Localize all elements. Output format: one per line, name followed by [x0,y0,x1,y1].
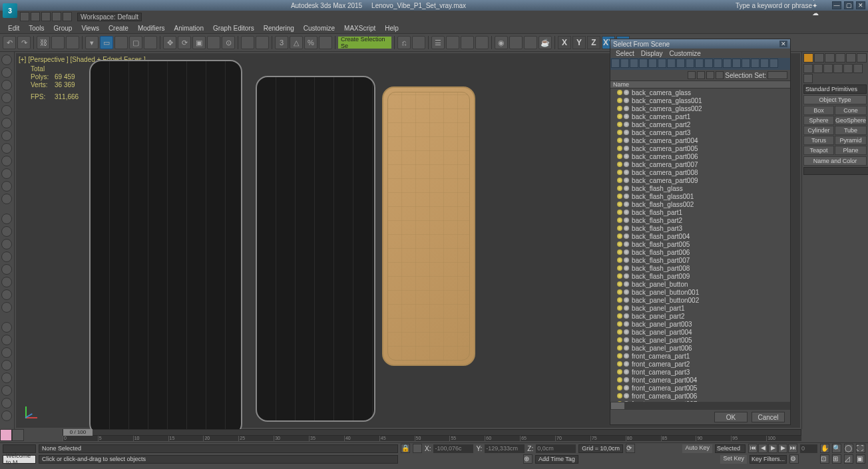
workspace-dropdown[interactable]: Workspace: Default [77,13,142,21]
ribbon-tool-1[interactable] [1,67,12,78]
rfw-icon[interactable] [524,36,537,49]
ribbon-tool-6[interactable] [1,130,12,141]
zoom-extents-icon[interactable]: ⊡ [820,454,829,464]
list-item[interactable]: front_camera_part1 [610,352,790,360]
primitive-dropdown[interactable]: Standard Primitives [803,84,867,94]
ribbon-tool-10[interactable] [1,181,12,192]
ribbon-tool-26[interactable] [1,398,12,408]
matlib-icon[interactable] [475,36,489,49]
zoom-icon[interactable]: 🔍 [832,444,841,453]
list-item[interactable]: back_panel_part004 [610,328,790,336]
menu-rendering[interactable]: Rendering [260,25,298,32]
dialog-close-icon[interactable]: ✕ [779,41,787,47]
prev-frame-icon[interactable]: ◀ [758,444,767,453]
dlg-filter-9[interactable] [695,59,704,68]
list-item[interactable]: back_flash_part005 [610,240,790,248]
create-category-3[interactable] [833,64,843,73]
ribbon-tool-12[interactable] [1,214,12,224]
object-list[interactable]: back_camera_glassback_camera_glass001bac… [610,88,790,402]
coord-z[interactable]: 0,0cm [536,444,576,453]
phone-object-2[interactable] [256,76,375,422]
ribbon-tool-11[interactable] [1,194,12,204]
setkey-button[interactable]: Set Key [720,455,747,464]
dlg-filter-13[interactable] [732,59,741,68]
dialog-titlebar[interactable]: Select From Scene ✕ [610,39,790,49]
ribbon-tool-23[interactable] [1,360,12,371]
bind-icon[interactable] [66,36,79,49]
object-type-rollout[interactable]: Object Type [803,95,867,104]
goto-start-icon[interactable]: ⏮ [748,444,758,453]
refcoord-icon[interactable] [207,36,220,49]
selset-dropdown[interactable] [767,71,787,79]
name-color-rollout[interactable]: Name and Color [803,156,867,166]
axis-z[interactable]: Z [587,36,600,49]
dlg-filter-1[interactable] [620,59,629,68]
ribbon-tool-18[interactable] [1,289,12,300]
layers-icon[interactable]: ☰ [431,36,445,49]
timeline[interactable]: 0 / 100 05101520253035404550556065707580… [63,429,801,441]
help-search[interactable]: Type a keyword or phrase [736,2,812,9]
cone-button[interactable]: Cone [835,106,867,115]
coord-y[interactable]: -129,333cm [485,444,525,453]
spinnersnap-icon[interactable] [319,36,332,49]
ribbon-tool-17[interactable] [1,277,12,287]
axis-y[interactable]: Y [572,36,586,49]
dlg-filter-3[interactable] [639,59,648,68]
dlg-filter-7[interactable] [676,59,685,68]
list-item[interactable]: back_flash_part2 [610,216,790,224]
dlg-menu-select[interactable]: Select [616,50,634,57]
geosphere-button[interactable]: GeoSphere [835,116,867,125]
mini-listener-icon[interactable] [12,429,24,441]
ok-button[interactable]: OK [714,412,748,422]
dlg-filter-12[interactable] [723,59,732,68]
fov-icon[interactable]: ◿ [844,454,853,464]
display-tab[interactable] [846,53,856,63]
list-item[interactable]: back_flash_part3 [610,224,790,232]
lock-icon[interactable]: 🔒 [401,444,410,453]
create-category-0[interactable] [803,64,813,73]
menu-animation[interactable]: Animation [170,25,207,32]
menu-edit[interactable]: Edit [4,25,23,32]
list-item[interactable]: back_camera_part2 [610,120,790,128]
filter-icon[interactable] [697,71,705,79]
teapot-button[interactable]: Teapot [803,146,834,155]
rotate-button[interactable]: ⟳ [178,36,191,49]
redo-button[interactable]: ↷ [17,36,31,49]
hierarchy-tab[interactable] [825,53,835,63]
object-name-input[interactable] [803,167,868,175]
pyramid-button[interactable]: Pyramid [835,136,867,145]
ribbon-tool-14[interactable] [1,239,12,249]
list-item[interactable]: back_camera_glass [610,88,790,96]
time-slider-knob[interactable]: 0 / 100 [63,429,93,436]
list-item[interactable]: back_flash_part007 [610,256,790,264]
list-item[interactable]: back_camera_part006 [610,152,790,160]
list-item[interactable]: front_camera_part006 [610,392,790,400]
mirror-icon[interactable]: ⎌ [397,36,411,49]
snap-icon[interactable]: 3 [275,36,288,49]
list-item[interactable]: front_camera_part2 [610,360,790,368]
create-category-1[interactable] [813,64,823,73]
cancel-button[interactable]: Cancel [752,412,785,422]
dlg-filter-4[interactable] [648,59,657,68]
time-slider[interactable]: 0 / 100 [63,429,801,436]
cylinder-button[interactable]: Cylinder [803,126,834,135]
list-item[interactable]: back_flash_part006 [610,248,790,256]
dlg-filter-2[interactable] [630,59,638,68]
ribbon-tool-3[interactable] [1,92,12,103]
schematic-icon[interactable] [461,36,474,49]
ribbon-tool-7[interactable] [1,143,12,154]
zoom-all-icon[interactable]: ⊞ [832,454,841,464]
unlink-icon[interactable] [51,36,65,49]
list-item[interactable]: back_camera_part3 [610,128,790,136]
link-icon[interactable]: ⛓ [37,36,50,49]
list-item[interactable]: back_camera_glass001 [610,96,790,104]
goto-end-icon[interactable]: ⏭ [788,444,797,453]
ribbon-tool-5[interactable] [1,118,12,128]
menu-customize[interactable]: Customize [300,25,339,32]
create-tab[interactable] [803,53,813,63]
dlg-filter-8[interactable] [686,59,694,68]
ribbon-tool-19[interactable] [1,302,12,313]
list-item[interactable]: back_camera_part004 [610,136,790,144]
list-item[interactable]: back_panel_part003 [610,320,790,328]
timeconfig-icon[interactable] [0,429,12,441]
